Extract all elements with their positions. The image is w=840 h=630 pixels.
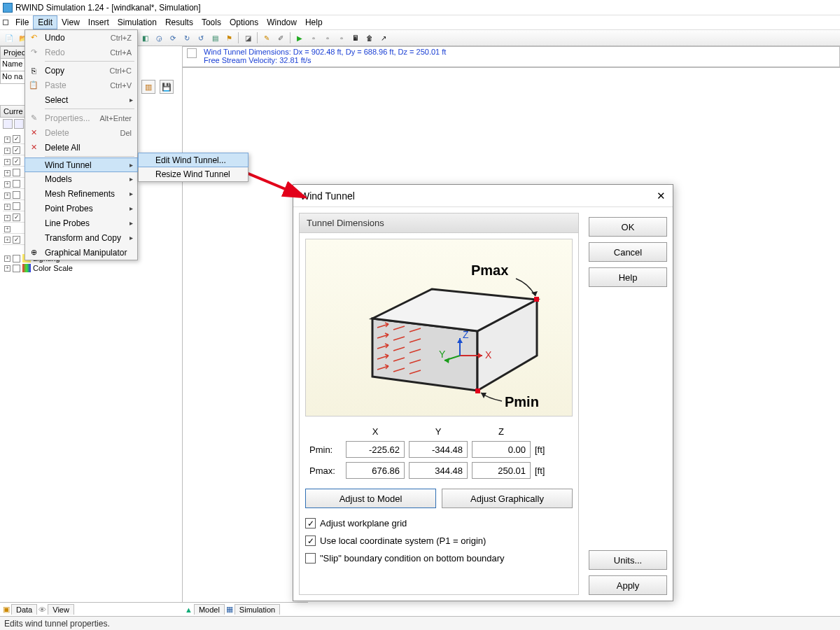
- menu-view[interactable]: View: [57, 16, 84, 29]
- apply-button[interactable]: Apply: [589, 575, 667, 595]
- delete-icon: ✕: [28, 127, 39, 139]
- tb-flag[interactable]: ⚑: [223, 31, 235, 44]
- chk-workplane[interactable]: ✓Adjust workplane grid: [305, 518, 573, 528]
- help-button[interactable]: Help: [589, 267, 667, 287]
- tab-view[interactable]: View: [48, 604, 74, 615]
- mi-delete[interactable]: ✕DeleteDel: [25, 125, 137, 140]
- menu-simulation[interactable]: Simulation: [113, 16, 161, 29]
- svg-text:X: X: [485, 349, 492, 360]
- pmin-z[interactable]: [472, 441, 531, 458]
- mi-delete-all[interactable]: ✕Delete All: [25, 140, 137, 155]
- mid-bottom-tabs: ▲ Model ▦ Simulation: [182, 602, 308, 616]
- mi-transform-copy[interactable]: Transform and Copy: [25, 230, 137, 245]
- wind-tunnel-submenu: Edit Wind Tunnel... Resize Wind Tunnel: [138, 153, 248, 182]
- app-title: RWIND Simulation 1.24 - [windkanal*, Sim…: [15, 3, 201, 13]
- tb-q2[interactable]: ▫: [321, 31, 334, 44]
- mi-models[interactable]: Models: [25, 172, 137, 186]
- svg-text:Z: Z: [463, 329, 469, 340]
- menu-window[interactable]: Window: [262, 16, 301, 29]
- mi-undo[interactable]: ↶UndoCtrl+Z: [25, 30, 137, 45]
- menubar: File Edit View Insert Simulation Results…: [0, 15, 840, 29]
- restore-icon[interactable]: [3, 20, 8, 25]
- tb-reload[interactable]: ↻: [181, 31, 193, 44]
- tab-data[interactable]: Data: [11, 604, 37, 615]
- current-header: Curre: [0, 105, 28, 118]
- tab-model[interactable]: Model: [194, 604, 225, 615]
- coord-table: XYZ Pmin: [ft] Pmax: [ft]: [305, 422, 573, 483]
- tb-new[interactable]: 📄: [3, 31, 15, 44]
- tree-btn2[interactable]: [14, 119, 24, 129]
- info-icon[interactable]: [187, 48, 197, 58]
- svg-text:Pmax: Pmax: [471, 262, 508, 278]
- menu-edit[interactable]: Edit: [33, 15, 57, 29]
- name-label: Name: [0, 59, 28, 71]
- tb-q1[interactable]: ▫: [307, 31, 320, 44]
- tb-globe[interactable]: ◶: [153, 31, 165, 44]
- tree-btn1[interactable]: [3, 119, 13, 129]
- btn-s1[interactable]: ▥: [141, 80, 155, 94]
- svg-rect-38: [534, 297, 539, 302]
- mi-paste[interactable]: 📋PasteCtrl+V: [25, 78, 137, 92]
- checkbox[interactable]: ✓: [13, 265, 20, 272]
- units-button[interactable]: Units...: [589, 550, 667, 570]
- mi-copy[interactable]: ⎘CopyCtrl+C: [25, 63, 137, 78]
- tb-shade[interactable]: ◧: [139, 31, 151, 44]
- ok-button[interactable]: OK: [589, 217, 667, 237]
- checkbox[interactable]: ✓: [13, 255, 20, 262]
- manipulator-icon: ⊕: [28, 247, 39, 258]
- tree-colorscale[interactable]: + ✓ Color Scale: [4, 263, 73, 273]
- pmin-x[interactable]: [346, 441, 405, 458]
- tb-rotate[interactable]: ⟳: [167, 31, 179, 44]
- properties-icon: ✎: [28, 113, 39, 124]
- chk-slip[interactable]: "Slip" boundary condition on bottom boun…: [305, 553, 573, 564]
- menu-insert[interactable]: Insert: [84, 16, 113, 29]
- tab-simulation[interactable]: Simulation: [234, 604, 280, 615]
- status-text: Edits wind tunnel properties.: [4, 619, 110, 629]
- tb-exp[interactable]: ↗: [377, 31, 390, 44]
- menu-tools[interactable]: Tools: [197, 16, 225, 29]
- info-strip: Wind Tunnel Dimensions: Dx = 902.48 ft, …: [182, 46, 840, 67]
- expander-icon[interactable]: +: [4, 255, 10, 262]
- pmax-y[interactable]: [409, 462, 468, 479]
- colorscale-icon: [22, 264, 31, 272]
- menu-options[interactable]: Options: [225, 16, 262, 29]
- project-header: Project: [0, 46, 28, 59]
- mi-properties[interactable]: ✎Properties...Alt+Enter: [25, 111, 137, 125]
- statusbar: Edits wind tunnel properties.: [0, 616, 840, 630]
- pmin-y[interactable]: [409, 441, 468, 458]
- tb-pen[interactable]: ✎: [260, 31, 273, 44]
- tb-q3[interactable]: ▫: [335, 31, 348, 44]
- pmax-z[interactable]: [472, 462, 531, 479]
- close-icon[interactable]: ✕: [657, 190, 666, 202]
- tunnel-illustration: X Y Z Pmax Pmin: [305, 239, 573, 416]
- dimensions-group: Tunnel Dimensions: [299, 213, 579, 595]
- menu-file[interactable]: File: [11, 16, 33, 29]
- mi-mesh-refinements[interactable]: Mesh Refinements: [25, 186, 137, 201]
- tb-play[interactable]: ▶: [293, 31, 306, 44]
- smi-edit-wind-tunnel[interactable]: Edit Wind Tunnel...: [138, 153, 248, 167]
- tb-cube[interactable]: ◪: [241, 31, 254, 44]
- adjust-graphically-button[interactable]: Adjust Graphically: [442, 489, 573, 508]
- mi-redo[interactable]: ↷RedoCtrl+A: [25, 45, 137, 59]
- pmax-x[interactable]: [346, 462, 405, 479]
- svg-rect-41: [475, 388, 480, 393]
- tb-del[interactable]: 🗑: [363, 31, 376, 44]
- tb-grid[interactable]: ▤: [209, 31, 221, 44]
- adjust-to-model-button[interactable]: Adjust to Model: [305, 489, 436, 508]
- btn-s2[interactable]: 💾: [160, 80, 174, 94]
- menu-results[interactable]: Results: [161, 16, 197, 29]
- tb-paint[interactable]: ✐: [274, 31, 287, 44]
- mi-wind-tunnel[interactable]: Wind Tunnel: [24, 158, 138, 172]
- mi-point-probes[interactable]: Point Probes: [25, 201, 137, 216]
- chk-local-coord[interactable]: ✓Use local coordinate system (P1 = origi…: [305, 536, 573, 546]
- tb-calc[interactable]: 🖩: [349, 31, 362, 44]
- mi-line-probes[interactable]: Line Probes: [25, 216, 137, 230]
- mi-select[interactable]: Select: [25, 92, 137, 107]
- smi-resize-wind-tunnel[interactable]: Resize Wind Tunnel: [139, 167, 248, 181]
- cancel-button[interactable]: Cancel: [589, 242, 667, 262]
- tb-reload2[interactable]: ↺: [195, 31, 207, 44]
- expander-icon[interactable]: +: [4, 265, 10, 272]
- mi-graphical-manipulator[interactable]: ⊕Graphical Manipulator: [25, 245, 137, 260]
- info-line2: Free Stream Velocity: 32.81 ft/s: [204, 56, 446, 64]
- menu-help[interactable]: Help: [301, 16, 327, 29]
